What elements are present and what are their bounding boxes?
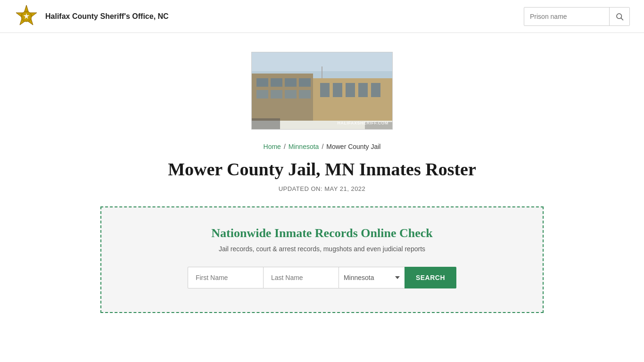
hero-image: HALIFAXSHERIFF.COM	[251, 52, 393, 130]
first-name-input[interactable]	[188, 267, 263, 288]
svg-rect-22	[346, 83, 355, 97]
prison-name-input[interactable]	[524, 13, 609, 20]
search-section-subtitle: Jail records, court & arrest records, mu…	[219, 245, 425, 253]
watermark-text: HALIFAXSHERIFF.COM	[337, 121, 388, 125]
breadcrumb-sep-1: /	[284, 143, 286, 150]
svg-rect-19	[299, 90, 311, 99]
main-content: HALIFAXSHERIFF.COM Home / Minnesota / Mo…	[0, 33, 644, 332]
page-title: Mower County Jail, MN Inmates Roster	[168, 159, 476, 181]
last-name-input[interactable]	[263, 267, 339, 288]
inmate-search-section: Nationwide Inmate Records Online Check J…	[100, 206, 544, 313]
svg-rect-20	[320, 83, 330, 97]
updated-on-label: UPDATED ON: MAY 21, 2022	[279, 185, 366, 192]
breadcrumb-current: Mower County Jail	[326, 143, 380, 150]
search-icon	[615, 12, 624, 21]
svg-rect-14	[285, 78, 297, 87]
svg-rect-26	[252, 118, 280, 130]
header-left: Halifax County Sheriff's Office, NC	[14, 4, 169, 29]
site-header: Halifax County Sheriff's Office, NC	[0, 0, 644, 33]
breadcrumb-home[interactable]: Home	[264, 143, 281, 150]
breadcrumb: Home / Minnesota / Mower County Jail	[264, 143, 381, 150]
state-select[interactable]: AlabamaAlaskaArizonaArkansasCaliforniaCo…	[339, 267, 405, 288]
site-logo	[14, 4, 39, 29]
breadcrumb-sep-2: /	[322, 143, 323, 150]
svg-rect-18	[285, 90, 297, 99]
svg-rect-13	[271, 78, 282, 87]
search-button[interactable]: SEARCH	[405, 267, 456, 288]
jail-building-image: HALIFAXSHERIFF.COM	[252, 52, 392, 129]
svg-rect-21	[333, 83, 342, 97]
svg-line-5	[621, 18, 623, 20]
svg-rect-15	[299, 78, 311, 87]
svg-rect-12	[256, 78, 268, 87]
header-search-button[interactable]	[609, 8, 629, 25]
search-section-title: Nationwide Inmate Records Online Check	[211, 226, 432, 240]
svg-rect-23	[358, 83, 368, 97]
breadcrumb-state[interactable]: Minnesota	[289, 143, 319, 150]
svg-rect-24	[371, 83, 380, 97]
header-search-box	[524, 7, 630, 26]
inmate-search-form: AlabamaAlaskaArizonaArkansasCaliforniaCo…	[188, 267, 456, 288]
svg-rect-17	[271, 90, 282, 99]
site-title-text: Halifax County Sheriff's Office, NC	[45, 12, 169, 21]
svg-rect-16	[256, 90, 268, 99]
